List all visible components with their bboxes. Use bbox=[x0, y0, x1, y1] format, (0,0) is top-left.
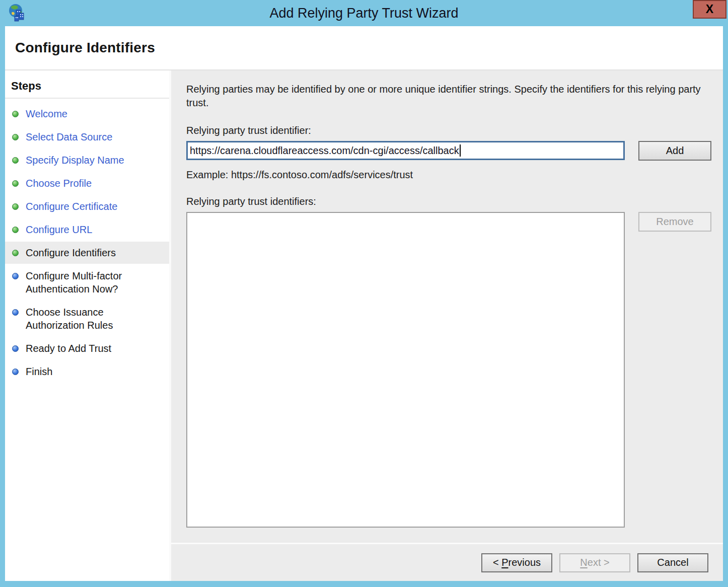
step-pending-icon bbox=[12, 345, 19, 352]
identifiers-list-label: Relying party trust identifiers: bbox=[186, 196, 711, 207]
configure-identifiers-panel: Relying parties may be identified by one… bbox=[171, 70, 723, 543]
identifier-input[interactable]: https://carena.cloudflareaccess.com/cdn-… bbox=[186, 141, 625, 160]
step-item-choose-profile[interactable]: Choose Profile bbox=[5, 172, 169, 194]
identifier-field-label: Relying party trust identifier: bbox=[186, 125, 711, 136]
step-done-icon bbox=[12, 157, 19, 164]
step-item-configure-identifiers[interactable]: Configure Identifiers bbox=[5, 242, 169, 264]
steps-list: WelcomeSelect Data SourceSpecify Display… bbox=[5, 103, 169, 383]
steps-heading: Steps bbox=[5, 77, 169, 98]
next-button[interactable]: Next > bbox=[559, 553, 630, 572]
step-label: Configure Multi-factor Authentication No… bbox=[26, 269, 164, 296]
dialog-frame: Configure Identifiers Steps WelcomeSelec… bbox=[5, 26, 723, 581]
step-label: Choose Issuance Authorization Rules bbox=[26, 306, 164, 332]
page-title: Configure Identifiers bbox=[15, 40, 155, 56]
step-done-icon bbox=[12, 227, 19, 233]
step-item-select-data-source[interactable]: Select Data Source bbox=[5, 126, 169, 148]
step-done-icon bbox=[12, 180, 19, 187]
steps-sidebar: Steps WelcomeSelect Data SourceSpecify D… bbox=[5, 70, 171, 581]
step-item-specify-display-name[interactable]: Specify Display Name bbox=[5, 149, 169, 171]
step-label: Configure Identifiers bbox=[26, 246, 116, 259]
window-title: Add Relying Party Trust Wizard bbox=[0, 6, 728, 21]
step-label: Welcome bbox=[26, 107, 67, 120]
identifier-input-value: https://carena.cloudflareaccess.com/cdn-… bbox=[190, 145, 459, 157]
step-done-icon bbox=[12, 250, 19, 256]
text-cursor bbox=[460, 144, 461, 157]
step-label: Configure Certificate bbox=[26, 200, 117, 213]
step-label: Ready to Add Trust bbox=[26, 342, 111, 355]
cancel-button[interactable]: Cancel bbox=[637, 553, 708, 572]
previous-button[interactable]: < Previous bbox=[481, 553, 552, 572]
step-label: Select Data Source bbox=[26, 130, 112, 143]
step-label: Finish bbox=[26, 365, 52, 378]
step-label: Choose Profile bbox=[26, 177, 92, 190]
step-item-finish[interactable]: Finish bbox=[5, 360, 169, 383]
page-header: Configure Identifiers bbox=[5, 26, 723, 70]
panel-description: Relying parties may be identified by one… bbox=[186, 83, 705, 110]
step-pending-icon bbox=[12, 273, 19, 279]
wizard-footer: < Previous Next > Cancel bbox=[171, 543, 723, 581]
step-pending-icon bbox=[12, 309, 19, 316]
adfs-app-icon bbox=[7, 3, 27, 23]
identifiers-listbox[interactable] bbox=[186, 212, 625, 528]
step-done-icon bbox=[12, 203, 19, 210]
step-item-configure-certificate[interactable]: Configure Certificate bbox=[5, 195, 169, 217]
titlebar: Add Relying Party Trust Wizard X bbox=[0, 0, 728, 26]
remove-button[interactable]: Remove bbox=[638, 212, 711, 232]
step-item-choose-issuance-authorization-rules[interactable]: Choose Issuance Authorization Rules bbox=[5, 301, 169, 336]
step-done-icon bbox=[12, 134, 19, 140]
close-button[interactable]: X bbox=[693, 0, 726, 19]
step-label: Specify Display Name bbox=[26, 154, 124, 167]
steps-divider bbox=[5, 98, 169, 99]
step-done-icon bbox=[12, 111, 19, 117]
wizard-window: Add Relying Party Trust Wizard X Configu… bbox=[0, 0, 728, 587]
add-button[interactable]: Add bbox=[638, 141, 711, 161]
step-item-configure-url[interactable]: Configure URL bbox=[5, 218, 169, 241]
step-pending-icon bbox=[12, 369, 19, 375]
example-text: Example: https://fs.contoso.com/adfs/ser… bbox=[186, 169, 711, 181]
step-label: Configure URL bbox=[26, 223, 92, 236]
step-item-ready-to-add-trust[interactable]: Ready to Add Trust bbox=[5, 337, 169, 359]
step-item-configure-multi-factor-authentication-now[interactable]: Configure Multi-factor Authentication No… bbox=[5, 265, 169, 300]
step-item-welcome[interactable]: Welcome bbox=[5, 103, 169, 125]
